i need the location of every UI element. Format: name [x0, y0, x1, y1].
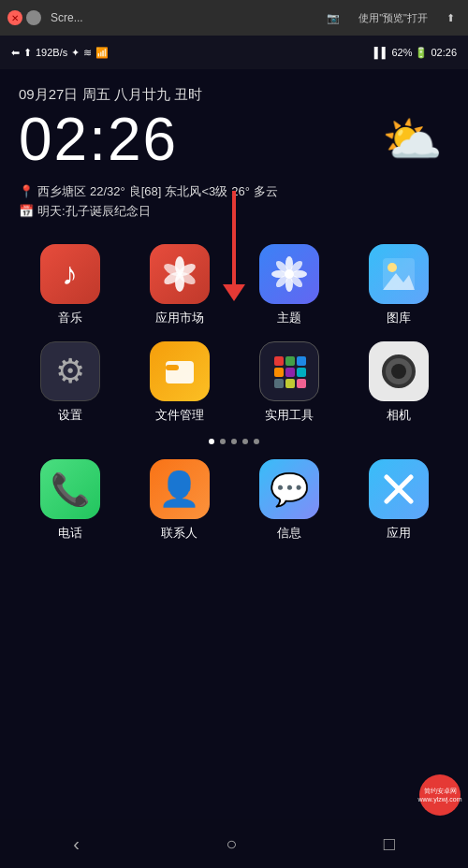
arrow-shaft — [232, 191, 236, 284]
share-icon[interactable]: ⬆ — [441, 10, 461, 26]
weather-desc: 多云 — [254, 182, 278, 202]
battery-percent: 62% — [391, 47, 412, 58]
watermark-line2: www.ylzwj.com — [417, 795, 461, 803]
appstore-label: 应用市场 — [155, 310, 204, 326]
phone-icon: 📞 — [40, 459, 100, 519]
signal-icon: ≋ — [83, 47, 92, 59]
svg-rect-20 — [274, 356, 284, 366]
tools-icon — [259, 341, 319, 401]
camera-label: 相机 — [387, 407, 411, 424]
dot-1 — [209, 439, 214, 444]
back-nav-button[interactable]: ‹ — [66, 826, 87, 862]
preview-button[interactable]: 使用"预览"打开 — [353, 9, 433, 27]
gallery-label: 图库 — [387, 310, 411, 326]
svg-rect-19 — [166, 365, 179, 370]
location-text: 西乡塘区 — [37, 182, 86, 202]
svg-point-16 — [388, 263, 397, 272]
reminder-icon: 📅 — [19, 202, 34, 222]
weather-cloud-icon: ⛅ — [382, 111, 443, 168]
huawei-logo-svg — [160, 254, 199, 294]
music-icon: ♪ — [40, 244, 100, 304]
app-tools[interactable]: 实用工具 — [247, 341, 331, 424]
app-theme[interactable]: 主题 — [247, 244, 331, 326]
messages-label: 信息 — [277, 525, 301, 542]
battery-icon: 🔋 — [415, 47, 428, 59]
gallery-icon — [369, 244, 429, 304]
settings-icon: ⚙ — [40, 341, 100, 401]
location-icon: 📍 — [19, 182, 34, 202]
files-icon — [150, 341, 210, 401]
app-camera[interactable]: 相机 — [357, 341, 441, 424]
minimize-button[interactable] — [26, 10, 41, 25]
svg-rect-24 — [285, 368, 295, 377]
watermark-line1: 简约安卓网 — [417, 787, 461, 795]
theme-label: 主题 — [277, 310, 301, 326]
music-label: 音乐 — [58, 310, 82, 326]
camera-lens — [382, 354, 416, 388]
app-appstore[interactable]: 应用市场 — [138, 244, 222, 326]
cross-label: 应用 — [387, 525, 411, 542]
app-row-3: 📞 电话 👤 联系人 💬 信息 — [15, 459, 453, 542]
air-quality: 良[68] — [129, 182, 162, 202]
arrow-head — [223, 284, 245, 301]
wifi-icon: 📶 — [95, 47, 109, 59]
contacts-icon: 👤 — [150, 459, 210, 519]
camera-icon[interactable]: 📷 — [321, 10, 345, 26]
cross-svg — [379, 470, 418, 509]
network-speed: 192B/s — [36, 47, 67, 58]
app-contacts[interactable]: 👤 联系人 — [138, 459, 222, 542]
datetime-widget: 09月27日 周五 八月廿九 丑时 02:26 ⛅ — [0, 69, 468, 179]
svg-rect-25 — [297, 368, 306, 377]
app-messages[interactable]: 💬 信息 — [247, 459, 331, 542]
dot-4 — [242, 439, 248, 444]
dot-2 — [220, 439, 226, 444]
weather-icon: ⛅ — [374, 111, 449, 167]
svg-rect-22 — [297, 356, 306, 366]
page-dots — [15, 439, 453, 444]
temp-range: 22/32° — [90, 182, 125, 202]
wind-info: 东北风<3级 — [165, 182, 227, 202]
reminder-text: 明天:孔子诞辰纪念日 — [37, 202, 151, 222]
app-row-2: ⚙ 设置 文件管理 — [15, 341, 453, 424]
browser-bar: ✕ Scre... 📷 使用"预览"打开 ⬆ — [0, 0, 468, 36]
svg-rect-27 — [285, 379, 295, 388]
app-cross[interactable]: 应用 — [357, 459, 441, 542]
svg-rect-23 — [274, 368, 284, 377]
close-button[interactable]: ✕ — [7, 10, 22, 25]
app-settings[interactable]: ⚙ 设置 — [28, 341, 112, 424]
phone-screen: ⬅ ⬆ 192B/s ✦ ≋ 📶 ▌▌ 62% 🔋 02:26 09月27日 周… — [0, 36, 468, 868]
app-phone[interactable]: 📞 电话 — [28, 459, 112, 542]
recent-nav-button[interactable]: □ — [376, 826, 402, 862]
svg-rect-21 — [285, 356, 295, 366]
dot-3 — [231, 439, 237, 444]
svg-rect-26 — [274, 379, 284, 388]
bottom-nav: ‹ ○ □ — [0, 819, 468, 868]
theme-icon — [259, 244, 319, 304]
home-screen: 09月27日 周五 八月廿九 丑时 02:26 ⛅ 📍 西乡塘区 22/32° … — [0, 69, 468, 868]
back-icon: ⬅ — [11, 47, 20, 59]
bluetooth-icon: ✦ — [71, 47, 80, 59]
date-display: 09月27日 周五 八月廿九 丑时 — [19, 86, 449, 104]
phone-label: 电话 — [58, 525, 82, 542]
appstore-icon — [150, 244, 210, 304]
contacts-label: 联系人 — [161, 525, 197, 542]
dot-5 — [254, 439, 259, 444]
camera-lens-inner — [391, 364, 406, 379]
svg-rect-18 — [166, 361, 194, 383]
home-nav-button[interactable]: ○ — [218, 826, 244, 862]
app-gallery[interactable]: 图库 — [357, 244, 441, 326]
files-label: 文件管理 — [155, 407, 204, 424]
browser-title: Scre... — [47, 11, 315, 24]
status-bar: ⬅ ⬆ 192B/s ✦ ≋ 📶 ▌▌ 62% 🔋 02:26 — [0, 36, 468, 69]
clock: 02:26 — [431, 47, 457, 58]
app-files[interactable]: 文件管理 — [138, 341, 222, 424]
camera-icon-bg — [369, 341, 429, 401]
cross-icon — [369, 459, 429, 519]
app-music[interactable]: ♪ 音乐 — [28, 244, 112, 326]
browser-actions: 📷 使用"预览"打开 ⬆ — [321, 9, 461, 27]
tools-label: 实用工具 — [265, 407, 314, 424]
watermark: 简约安卓网 www.ylzwj.com — [419, 774, 461, 816]
upload-icon: ⬆ — [23, 47, 32, 59]
files-svg — [160, 352, 199, 391]
status-bar-left: ⬅ ⬆ 192B/s ✦ ≋ 📶 — [11, 47, 109, 59]
